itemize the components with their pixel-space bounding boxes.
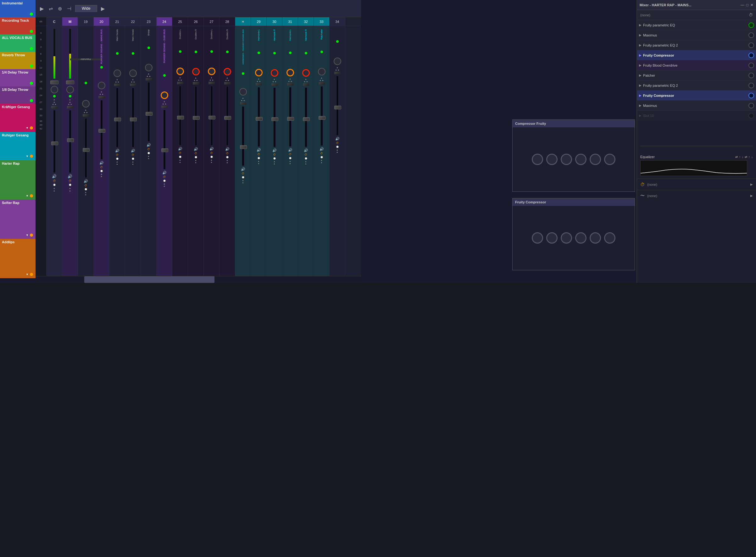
track-addlips[interactable]: Addlips ▼ bbox=[0, 239, 35, 278]
plugin-1-power[interactable] bbox=[749, 22, 754, 28]
mixer-channel-23[interactable]: Bridge ▲ ◄► 🔊 ⏱ ▲▲ bbox=[141, 26, 157, 283]
plugin-9-power[interactable] bbox=[749, 103, 754, 109]
track-instrumental[interactable]: Instrumental bbox=[0, 0, 35, 17]
ch-header-34[interactable]: 34 bbox=[330, 17, 345, 26]
track-ruhiger[interactable]: Ruhiger Gesang ▼ bbox=[0, 132, 35, 160]
plugin-none-slot[interactable]: (none) ⏱ bbox=[637, 10, 756, 20]
mixer-channel-32[interactable]: Harmonie R ▲ ◄► 🔊 ⏱ ▲▲ bbox=[298, 26, 314, 283]
fp2-knob-6[interactable] bbox=[604, 232, 615, 244]
softer-arrow[interactable]: ▼ bbox=[26, 234, 29, 237]
mixer-channel-22[interactable]: Main Vocals ▲ ◄► 🔊 ⏱ ▲▲ bbox=[125, 26, 141, 283]
ch-header-28[interactable]: 28 bbox=[220, 17, 235, 26]
plugin-8-power[interactable] bbox=[749, 93, 754, 98]
send-row-2[interactable]: 〜 (none) ▶ bbox=[637, 190, 756, 201]
addlips-arrow[interactable]: ▼ bbox=[26, 273, 29, 276]
eq-ctrl-5[interactable]: ↑ bbox=[749, 155, 750, 159]
mixer-channel-20[interactable]: RUHIGER GESANG – MAINS BUS ▲ ◄► 🔊 ⏱ ▲▲ bbox=[94, 26, 109, 283]
kraftiger-arrow[interactable]: ▼ bbox=[26, 126, 29, 129]
ch-header-26[interactable]: 26 bbox=[188, 17, 204, 26]
eq-ctrl-6[interactable]: ↓ bbox=[751, 155, 753, 159]
fp1-knob-2[interactable] bbox=[546, 154, 558, 165]
end-button[interactable]: ⊣ bbox=[66, 5, 73, 12]
track-harter[interactable]: Harter Rap ▼ bbox=[0, 160, 35, 200]
ch-header-25[interactable]: 25 bbox=[172, 17, 188, 26]
ruhiger-arrow[interactable]: ▼ bbox=[26, 155, 29, 158]
mixer-channel-19[interactable]: Platzhalter ▲ ◄► 🔊 ⏱ ▲▲ bbox=[78, 26, 94, 283]
mixer-channel-m[interactable]: ▲▲ ◄► 🔊 ⏱ ▲▲ bbox=[62, 26, 78, 283]
panel-minimize-button[interactable]: — bbox=[740, 3, 745, 7]
fp2-title-bar[interactable]: Fruity Compressor bbox=[512, 198, 635, 206]
track-softer[interactable]: Softer Rap ▼ bbox=[0, 200, 35, 239]
plugin-slot-6[interactable]: ▶ Patcher bbox=[637, 70, 756, 81]
plugin-slot-9[interactable]: ▶ Maximus bbox=[637, 100, 756, 111]
mixer-channel-26[interactable]: Doubles R ▲ ◄► 🔊 ⏱ ▲▲ bbox=[188, 26, 204, 283]
track-recording[interactable]: Recording Track bbox=[0, 17, 35, 35]
mixer-channel-30[interactable]: Harmonie R ▲ ◄► 🔊 ⏱ ▲▲ bbox=[267, 26, 282, 283]
plugin-slot-8[interactable]: ▶ Fruity Compressor bbox=[637, 90, 756, 100]
fp1-knob-6[interactable] bbox=[604, 154, 615, 165]
wide-display[interactable]: Wide bbox=[75, 5, 97, 12]
track-allvocals[interactable]: ALL VOCALS BUS bbox=[0, 35, 35, 52]
mixer-channel-29[interactable]: Harmonie L ▲ ◄► 🔊 ⏱ ▲▲ bbox=[251, 26, 267, 283]
ch-header-29[interactable]: 29 bbox=[251, 17, 267, 26]
send-row-1[interactable]: ⏱ (none) ▶ bbox=[637, 179, 756, 190]
plugin-10-power[interactable] bbox=[749, 113, 754, 118]
harter-arrow[interactable]: ▼ bbox=[26, 194, 29, 197]
ch-header-19[interactable]: 19 bbox=[78, 17, 94, 26]
ch-header-31[interactable]: 31 bbox=[282, 17, 298, 26]
fp2-knob-3[interactable] bbox=[561, 232, 572, 244]
ch-header-harm-bus[interactable]: H bbox=[235, 17, 251, 26]
ch-header-21[interactable]: 21 bbox=[109, 17, 125, 26]
ch-header-23[interactable]: 23 bbox=[141, 17, 157, 26]
record-button[interactable]: ⊕ bbox=[57, 5, 63, 12]
plugin-slot-4[interactable]: ▶ Fruity Compressor bbox=[637, 50, 756, 60]
plugin-slot-2[interactable]: ▶ Maximus bbox=[637, 30, 756, 40]
fp1-knob-1[interactable] bbox=[532, 154, 543, 165]
ch-header-33[interactable]: 33 bbox=[314, 17, 330, 26]
mixer-channel-27[interactable]: Doubles L ▲ ◄► 🔊 ⏱ ▲▲ bbox=[204, 26, 220, 283]
ch-header-32[interactable]: 32 bbox=[298, 17, 314, 26]
next-button[interactable]: ▶ bbox=[100, 5, 106, 12]
plugin-6-power[interactable] bbox=[749, 72, 754, 78]
eq-ctrl-3[interactable]: ↓ bbox=[742, 155, 744, 159]
track-delay18[interactable]: 1/8 Delay Throw bbox=[0, 86, 35, 104]
ch-header-20[interactable]: 20 bbox=[94, 17, 109, 26]
play-button[interactable]: ▶ bbox=[39, 5, 45, 12]
plugin-5-power[interactable] bbox=[749, 63, 754, 68]
mixer-channel-28[interactable]: Doubles R ▲ ◄► 🔊 ⏱ ▲▲ bbox=[220, 26, 235, 283]
mixer-channel-25[interactable]: Doubles L ▲ ◄► 🔊 ⏱ ▲▲ bbox=[172, 26, 188, 283]
fp1-knob-3[interactable] bbox=[561, 154, 572, 165]
ch-header-30[interactable]: 30 bbox=[267, 17, 282, 26]
mixer-scrollbar[interactable] bbox=[35, 276, 361, 283]
panel-close-button[interactable]: ✕ bbox=[750, 3, 754, 7]
track-delay14[interactable]: 1/4 Delay Throw bbox=[0, 69, 35, 86]
plugin-slot-7[interactable]: ▶ Fruity parametric EQ 2 bbox=[637, 81, 756, 90]
plugin-3-power[interactable] bbox=[749, 42, 754, 48]
plugin-slot-5[interactable]: ▶ Fruity Blood Overdrive bbox=[637, 60, 756, 70]
fp2-knob-4[interactable] bbox=[575, 232, 587, 244]
mixer-channel-harmonien-bus[interactable]: HARMONIEN – RUHIGER GESANG BUS ▲ ◄► 🔊 ⏱ … bbox=[235, 26, 251, 283]
shuffle-button[interactable]: ⇌ bbox=[48, 5, 54, 12]
plugin-slot-10[interactable]: ▶ Slot 10 bbox=[637, 111, 756, 121]
ch-header-c[interactable]: C bbox=[47, 17, 62, 26]
panel-restore-button[interactable]: □ bbox=[746, 3, 749, 7]
eq-ctrl-2[interactable]: ↑ bbox=[739, 155, 740, 159]
mixer-channel-24[interactable]: RUHIGER GESANG – DUBS BUS ▲ ◄► 🔊 ⏱ ▲▲ bbox=[157, 26, 172, 283]
eq-ctrl-1[interactable]: ⇌ bbox=[735, 155, 738, 159]
mixer-channel-21[interactable]: Main Vocals ▲ ◄► 🔊 ⏱ ▲▲ bbox=[109, 26, 125, 283]
mixer-channel-31[interactable]: Harmonie L ▲ ◄► 🔊 ⏱ ▲▲ bbox=[282, 26, 298, 283]
fp2-knob-5[interactable] bbox=[590, 232, 601, 244]
ch-header-22[interactable]: 22 bbox=[125, 17, 141, 26]
track-kraftiger[interactable]: Kräftiger Gesang ▼ bbox=[0, 104, 35, 132]
ch-header-24[interactable]: 24 bbox=[157, 17, 172, 26]
ch-header-m[interactable]: M bbox=[62, 17, 78, 26]
fp1-knob-5[interactable] bbox=[590, 154, 601, 165]
mixer-channel-33[interactable]: Platzhalter ▲ ◄► 🔊 ⏱ ▲▲ bbox=[314, 26, 330, 283]
fp2-knob-1[interactable] bbox=[532, 232, 543, 244]
plugin-4-power[interactable] bbox=[749, 53, 754, 58]
plugin-slot-3[interactable]: ▶ Fruity parametric EQ 2 bbox=[637, 40, 756, 50]
fp1-title-bar[interactable]: Compressor Fruity bbox=[512, 120, 635, 127]
eq-ctrl-4[interactable]: ⇌ bbox=[745, 155, 747, 159]
plugin-2-power[interactable] bbox=[749, 32, 754, 38]
fp2-knob-2[interactable] bbox=[546, 232, 558, 244]
